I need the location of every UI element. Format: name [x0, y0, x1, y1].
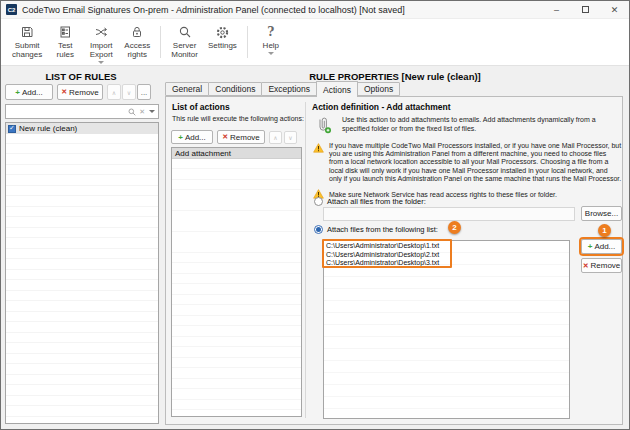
move-action-down-button[interactable]: ∨: [284, 131, 297, 144]
access-rights-button[interactable]: Access rights: [119, 19, 155, 65]
actions-list: Add attachment: [171, 147, 302, 417]
toolbar-separator: [247, 26, 248, 58]
close-button[interactable]: ✕: [600, 1, 629, 18]
server-monitor-button[interactable]: Server Monitor: [166, 19, 203, 65]
search-dropdown-icon[interactable]: [149, 110, 155, 113]
search-input[interactable]: [8, 106, 125, 117]
action-definition-intro: Use this action to add attachments to em…: [342, 115, 620, 133]
list-of-rules-header: LIST OF RULES: [1, 71, 161, 82]
file-path-item[interactable]: C:\Users\Administrator\Desktop\1.txt: [324, 242, 569, 251]
clear-search-icon[interactable]: ✕: [139, 108, 145, 116]
move-rule-down-button[interactable]: ∨: [122, 84, 136, 100]
action-definition-title: Action definition - Add attachment: [312, 102, 451, 112]
list-of-actions-title: List of actions: [172, 102, 230, 112]
attach-folder-option: Attach all files from the folder:: [314, 197, 426, 206]
actions-tab-page: List of actions This rule will execute t…: [165, 96, 623, 425]
folder-path-input[interactable]: [323, 207, 575, 221]
app-icon: C2: [6, 4, 17, 15]
floppy-icon: [20, 24, 34, 40]
action-list-item[interactable]: Add attachment: [172, 148, 301, 159]
move-action-up-button[interactable]: ∧: [269, 131, 282, 144]
rules-toolbar: +Add... ✕Remove ∧ ∨ ...: [5, 84, 159, 100]
tab-conditions[interactable]: Conditions: [208, 82, 262, 96]
settings-button[interactable]: Settings: [203, 19, 242, 65]
maximize-button[interactable]: [571, 1, 600, 18]
list-of-actions-description: This rule will execute the following act…: [172, 115, 304, 122]
remove-rule-button[interactable]: ✕Remove: [57, 84, 103, 100]
rule-name: New rule (clean): [19, 124, 77, 133]
file-path-item[interactable]: C:\Users\Administrator\Desktop\2.txt: [324, 251, 569, 260]
move-rule-up-button[interactable]: ∧: [107, 84, 121, 100]
import-export-arrows-icon: [94, 24, 109, 40]
rules-list: ✓ New rule (clean): [5, 122, 159, 424]
gear-icon: [215, 24, 230, 40]
lock-icon: [130, 24, 144, 40]
maximize-icon: [582, 6, 589, 13]
main-toolbar: Submit changes Test rules Import Export: [1, 19, 629, 66]
step-1-annotation-badge: 1: [598, 224, 611, 237]
rule-properties-tabs: General Conditions Exceptions Actions Op…: [165, 81, 399, 96]
attach-list-label: Attach files from the following list:: [327, 225, 438, 234]
help-button[interactable]: ? Help: [253, 19, 289, 65]
checklist-icon: [58, 24, 72, 40]
browse-button[interactable]: Browse...: [581, 206, 622, 221]
magnifier-icon: [178, 24, 192, 40]
more-options-button[interactable]: ...: [137, 84, 151, 100]
remove-file-button[interactable]: ✕Remove: [581, 258, 622, 273]
question-mark-icon: ?: [267, 24, 274, 40]
attach-folder-radio[interactable]: [314, 197, 323, 206]
window-controls: – ✕: [542, 1, 629, 18]
attach-list-radio[interactable]: [314, 225, 323, 234]
rule-list-item[interactable]: ✓ New rule (clean): [6, 123, 158, 134]
chevron-down-icon: [268, 52, 274, 55]
tab-options[interactable]: Options: [357, 82, 400, 96]
warning-icon: [313, 143, 324, 153]
test-rules-button[interactable]: Test rules: [47, 19, 83, 65]
attachment-files-list: C:\Users\Administrator\Desktop\1.txt C:\…: [323, 240, 570, 419]
add-action-button[interactable]: +Add...: [171, 130, 213, 144]
tab-exceptions[interactable]: Exceptions: [261, 82, 317, 96]
tab-general[interactable]: General: [165, 82, 209, 96]
panel-divider: [305, 102, 306, 418]
add-file-button[interactable]: +Add...: [581, 239, 622, 254]
submit-changes-button[interactable]: Submit changes: [7, 19, 47, 65]
warning-processors-text: If you have multiple CodeTwo Mail Proces…: [329, 142, 622, 183]
tab-actions[interactable]: Actions: [316, 81, 358, 97]
titlebar: C2 CodeTwo Email Signatures On-prem - Ad…: [1, 1, 629, 19]
attach-folder-label: Attach all files from the folder:: [327, 197, 426, 206]
add-rule-button[interactable]: +Add...: [5, 84, 53, 100]
paperclip-attachment-icon: [315, 116, 332, 134]
rule-enabled-checkbox[interactable]: ✓: [8, 125, 16, 133]
attach-list-option: Attach files from the following list: 2: [314, 225, 461, 234]
step-2-annotation-badge: 2: [448, 221, 461, 234]
minimize-button[interactable]: –: [542, 1, 571, 18]
search-icon: [128, 108, 136, 116]
remove-action-button[interactable]: ✕Remove: [217, 130, 265, 144]
toolbar-separator: [160, 26, 161, 58]
file-path-item[interactable]: C:\Users\Administrator\Desktop\3.txt: [324, 259, 569, 268]
import-export-button[interactable]: Import Export: [83, 19, 119, 65]
app-window: C2 CodeTwo Email Signatures On-prem - Ad…: [0, 0, 630, 430]
window-title: CodeTwo Email Signatures On-prem - Admin…: [22, 5, 405, 15]
chevron-down-icon: [98, 61, 104, 64]
rules-search-box: ✕: [5, 104, 159, 119]
